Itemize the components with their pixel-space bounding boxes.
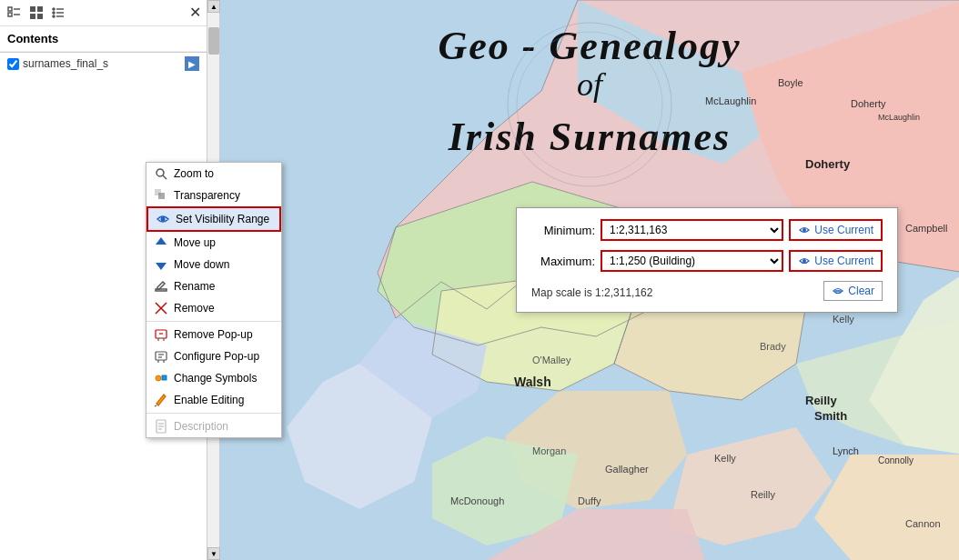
svg-text:Morgan: Morgan: [532, 445, 566, 456]
menu-item-transparency[interactable]: Transparency: [146, 185, 281, 206]
svg-text:Boyle: Boyle: [778, 77, 803, 88]
menu-item-rename[interactable]: Rename: [146, 275, 281, 297]
zoom-to-icon: [154, 166, 168, 181]
minimum-use-current-button[interactable]: Use Current: [789, 219, 883, 241]
move-down-icon: [154, 257, 168, 272]
svg-rect-7: [37, 14, 43, 19]
svg-rect-34: [162, 375, 167, 380]
rename-icon: [154, 279, 168, 294]
layer-name: surnames_final_s: [23, 57, 181, 70]
minimum-row: Minimum: 1:2,311,163 None 1:1,000,000 Us…: [531, 219, 883, 241]
transparency-icon: [154, 188, 168, 203]
svg-marker-19: [156, 237, 167, 245]
map-area: Geo - Genealogy of Irish Surnames McLaug…: [220, 0, 959, 560]
scroll-up-button[interactable]: ▲: [207, 0, 220, 13]
svg-text:Connolly: Connolly: [878, 455, 914, 465]
panel-toolbar: ✕: [0, 0, 207, 26]
svg-text:McLaughlin: McLaughlin: [878, 113, 920, 122]
menu-remove-popup-label: Remove Pop-up: [174, 328, 253, 341]
menu-item-move-up[interactable]: Move up: [146, 232, 281, 254]
svg-rect-6: [30, 14, 35, 19]
svg-rect-0: [8, 7, 12, 11]
svg-point-68: [803, 259, 806, 263]
menu-item-set-visibility-range[interactable]: Set Visibility Range: [146, 206, 281, 232]
context-menu: Zoom to Transparency Set Visibility Rang…: [146, 162, 282, 438]
menu-item-move-down[interactable]: Move down: [146, 254, 281, 275]
svg-text:Kelly: Kelly: [714, 453, 736, 464]
svg-point-10: [53, 12, 56, 15]
menu-item-description: Description: [146, 415, 281, 437]
menu-item-change-symbols[interactable]: Change Symbols: [146, 367, 281, 389]
svg-rect-4: [30, 6, 35, 12]
layer-visibility-checkbox[interactable]: [7, 58, 19, 70]
svg-point-33: [156, 375, 161, 381]
svg-line-15: [163, 175, 167, 179]
maximum-label: Maximum:: [531, 255, 595, 268]
visibility-range-popup: Minimum: 1:2,311,163 None 1:1,000,000 Us…: [516, 207, 898, 313]
minimum-select[interactable]: 1:2,311,163 None 1:1,000,000: [601, 219, 783, 241]
svg-rect-2: [8, 13, 12, 16]
menu-item-remove[interactable]: Remove: [146, 297, 281, 319]
svg-text:O'Malley: O'Malley: [532, 355, 571, 365]
svg-text:McDonough: McDonough: [450, 495, 504, 506]
svg-text:Gallagher: Gallagher: [605, 464, 649, 475]
clear-icon: [832, 285, 844, 297]
menu-item-remove-popup[interactable]: Remove Pop-up: [146, 324, 281, 345]
svg-text:Brady: Brady: [760, 341, 786, 352]
menu-transparency-label: Transparency: [174, 189, 240, 202]
remove-popup-icon: [154, 327, 168, 342]
svg-text:Cannon: Cannon: [905, 518, 941, 529]
maximum-select[interactable]: 1:1,250 (Building) None 1:1,000,000: [601, 250, 783, 272]
menu-item-enable-editing[interactable]: Enable Editing: [146, 389, 281, 411]
scroll-down-button[interactable]: ▼: [207, 547, 220, 560]
menu-move-up-label: Move up: [174, 236, 216, 249]
svg-text:Kelly: Kelly: [833, 314, 854, 325]
svg-point-8: [53, 8, 56, 11]
use-current-max-icon: [798, 255, 811, 267]
svg-text:Walsh: Walsh: [514, 375, 551, 389]
clear-button[interactable]: Clear: [823, 281, 883, 301]
grid-view-icon[interactable]: [27, 4, 45, 22]
svg-line-35: [155, 405, 156, 406]
menu-item-configure-popup[interactable]: Configure Pop-up: [146, 345, 281, 367]
svg-text:Geo - Genealogy: Geo - Genealogy: [438, 24, 741, 68]
configure-popup-icon: [154, 349, 168, 364]
svg-text:Reilly: Reilly: [805, 394, 837, 407]
menu-item-zoom-to[interactable]: Zoom to: [146, 163, 281, 185]
menu-zoom-to-label: Zoom to: [174, 167, 214, 180]
svg-point-14: [156, 169, 164, 176]
maximum-use-current-button[interactable]: Use Current: [789, 250, 883, 272]
svg-text:Smith: Smith: [814, 409, 847, 423]
menu-rename-label: Rename: [174, 280, 215, 293]
maximum-row: Maximum: 1:1,250 (Building) None 1:1,000…: [531, 250, 883, 272]
svg-text:Campbell: Campbell: [905, 223, 947, 234]
move-up-icon: [154, 235, 168, 250]
svg-text:McLaughlin: McLaughlin: [705, 95, 756, 106]
bullet-list-icon[interactable]: [49, 4, 67, 22]
map-scale-text: Map scale is 1:2,311,162: [531, 286, 652, 299]
menu-move-down-label: Move down: [174, 258, 229, 271]
description-icon: [154, 419, 168, 434]
menu-remove-label: Remove: [174, 302, 215, 315]
menu-description-label: Description: [174, 420, 228, 433]
menu-separator-1: [146, 321, 281, 322]
scroll-thumb[interactable]: [208, 27, 219, 55]
list-view-icon[interactable]: [5, 4, 24, 22]
menu-change-symbols-label: Change Symbols: [174, 372, 257, 385]
use-current-min-icon: [798, 224, 811, 236]
svg-rect-5: [37, 6, 43, 12]
menu-configure-popup-label: Configure Pop-up: [174, 350, 259, 363]
change-symbols-icon: [154, 371, 168, 385]
layer-row: surnames_final_s ▶: [0, 53, 207, 75]
close-panel-button[interactable]: ✕: [189, 5, 201, 20]
panel-title: Contents: [0, 26, 207, 52]
menu-separator-2: [146, 413, 281, 414]
layer-expand-arrow[interactable]: ▶: [185, 56, 199, 71]
enable-editing-icon: [154, 393, 168, 407]
minimum-label: Minimum:: [531, 224, 595, 237]
svg-text:Reilly: Reilly: [751, 489, 775, 500]
svg-point-67: [803, 228, 806, 232]
svg-text:Doherty: Doherty: [851, 98, 886, 109]
svg-point-18: [161, 217, 166, 222]
svg-text:Doherty: Doherty: [805, 157, 851, 171]
